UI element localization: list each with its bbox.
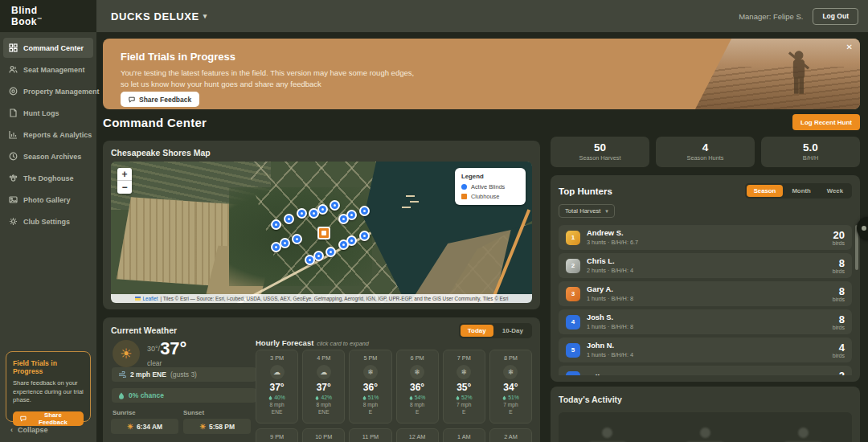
hour-card-2am[interactable]: 2 AM xyxy=(489,428,532,442)
sidebar-item-command-center[interactable]: Command Center xyxy=(3,38,93,58)
top-hunters-card: Top Hunters Season Month Week Total Harv… xyxy=(551,175,860,382)
active-blind-marker[interactable] xyxy=(330,200,340,211)
hour-card-12am[interactable]: 12 AM xyxy=(396,428,439,442)
sidebar: Command Center Seat Management Property … xyxy=(0,32,96,442)
clubhouse-marker[interactable] xyxy=(317,227,330,239)
wind-icon xyxy=(118,371,126,378)
sidebar-item-label: Club Settings xyxy=(23,218,70,226)
hunter-name: John N. xyxy=(587,342,826,351)
map-dock xyxy=(406,195,415,197)
tab-10-day[interactable]: 10-Day xyxy=(495,325,530,337)
zoom-in-button[interactable]: + xyxy=(117,168,132,181)
stat-label: Season Harvest xyxy=(579,154,621,162)
sidebar-item-seat-management[interactable]: Seat Management xyxy=(3,59,93,80)
logout-button[interactable]: Log Out xyxy=(813,8,858,25)
hour-card-7pm[interactable]: 7 PM ❄ 35° 52% 7 mphE xyxy=(443,350,485,424)
stat-bhh: 5.0 B/H/H xyxy=(761,137,860,167)
current-temp: 37° xyxy=(160,340,186,358)
club-selector[interactable]: DUCKS DELUXE ▾ xyxy=(111,0,207,32)
hunter-row-2[interactable]: 2 Chris L. 2 hunts · B/H/H: 4 8 birds xyxy=(559,253,852,278)
map-zoom-control: + − xyxy=(117,168,132,194)
log-recent-hunt-button[interactable]: Log Recent Hunt xyxy=(792,114,860,130)
hour-card-3pm[interactable]: 3 PM ☁ 37° 40% 8 mphENE xyxy=(256,350,298,424)
sidebar-trial-card: Field Trials in Progress Share feedback … xyxy=(6,351,91,422)
hunter-bird-count: 20 xyxy=(833,230,845,240)
rank-badge: 5 xyxy=(566,343,580,358)
droplet-icon xyxy=(268,395,272,400)
tab-week[interactable]: Week xyxy=(820,185,850,197)
dog-icon xyxy=(9,174,18,182)
top-hunters-title: Top Hunters xyxy=(559,186,612,196)
weather-tabs: Today 10-Day xyxy=(459,323,532,338)
sidebar-item-label: Command Center xyxy=(23,44,84,52)
stat-value: 5.0 xyxy=(803,142,818,154)
sidebar-item-club-settings[interactable]: Club Settings xyxy=(3,211,93,231)
active-blind-marker[interactable] xyxy=(338,214,349,224)
stat-season-hunts: 4 Season Hunts xyxy=(656,137,755,167)
tab-month[interactable]: Month xyxy=(784,185,817,197)
cloud-icon: ☁ xyxy=(317,365,331,379)
sidebar-item-hunt-logs[interactable]: Hunt Logs xyxy=(3,103,93,123)
sidebar-item-label: Photo Gallery xyxy=(23,196,71,204)
harvest-filter-select[interactable]: Total Harvest ▾ xyxy=(559,204,615,218)
hunter-unit: birds xyxy=(833,297,845,302)
sunset-label: Sunset xyxy=(183,409,204,416)
activity-placeholder xyxy=(589,428,626,442)
manager-label: Manager: Felipe S. xyxy=(739,12,803,21)
map-legend: Legend Active Blinds Clubhouse xyxy=(455,168,526,205)
close-icon[interactable]: ✕ xyxy=(846,43,853,51)
hunter-name: Gary A. xyxy=(587,285,826,295)
clock-icon xyxy=(9,152,18,161)
sidebar-item-reports-analytics[interactable]: Reports & Analytics xyxy=(3,125,93,145)
droplet-icon xyxy=(118,392,125,399)
logo-line-2: Book™ xyxy=(11,15,43,27)
hour-card-1am[interactable]: 1 AM xyxy=(443,428,485,442)
hour-card-8pm[interactable]: 8 PM ❄ 34° 51% 7 mphE xyxy=(489,350,532,424)
chevron-down-icon: ▾ xyxy=(203,12,207,20)
leaflet-link[interactable]: Leaflet xyxy=(143,296,158,301)
file-icon xyxy=(9,108,18,117)
active-blind-marker[interactable] xyxy=(338,239,349,250)
map-dock xyxy=(410,201,419,203)
cloud-icon: ☁ xyxy=(270,365,285,379)
tab-season[interactable]: Season xyxy=(747,185,784,197)
hour-card-10pm[interactable]: 10 PM xyxy=(302,428,345,442)
sidebar-item-label: Seat Management xyxy=(23,66,85,74)
tab-today[interactable]: Today xyxy=(461,325,493,337)
speech-bubble-icon xyxy=(129,96,135,103)
sidebar-item-property-management[interactable]: Property Management xyxy=(3,81,93,101)
hour-card-6pm[interactable]: 6 PM ❄ 36° 54% 8 mphE xyxy=(396,350,439,424)
sidebar-item-label: Hunt Logs xyxy=(23,109,59,117)
hunter-sub: 2 hunts · B/H/H: 4 xyxy=(587,267,826,274)
active-blind-marker[interactable] xyxy=(359,206,370,216)
active-blind-marker[interactable] xyxy=(292,234,302,244)
hunter-row-4[interactable]: 4 Josh S. 1 hunts · B/H/H: 8 8 birds xyxy=(559,309,852,334)
droplet-icon xyxy=(502,395,506,400)
active-blind-marker[interactable] xyxy=(284,214,294,224)
hour-card-9pm[interactable]: 9 PM xyxy=(256,428,298,442)
satellite-map[interactable]: + − Legend Active Blinds Clubhouse xyxy=(111,162,532,303)
share-feedback-banner-button[interactable]: Share Feedback xyxy=(121,92,199,107)
sidebar-collapse-button[interactable]: ‹ Collapse xyxy=(10,426,48,434)
hour-card-11pm[interactable]: 11 PM xyxy=(349,428,391,442)
hourly-forecast-row-2: 9 PM 10 PM 11 PM 12 AM 1 AM 2 AM xyxy=(256,428,532,442)
sidebar-item-photo-gallery[interactable]: Photo Gallery xyxy=(3,190,93,210)
top-hunters-tabs: Season Month Week xyxy=(745,183,852,198)
hunter-row-6[interactable]: 6 Felipe S. 2 birds xyxy=(559,366,852,375)
hour-card-4pm[interactable]: 4 PM ☁ 37° 42% 8 mphENE xyxy=(302,350,345,424)
hunter-unit: birds xyxy=(833,353,845,358)
active-blind-marker[interactable] xyxy=(326,247,336,257)
active-blind-marker[interactable] xyxy=(297,208,307,219)
banner-text-line-1: You're testing the latest features in th… xyxy=(121,68,414,77)
hunter-row-5[interactable]: 5 John N. 1 hunts · B/H/H: 4 4 birds xyxy=(559,338,852,362)
zoom-out-button[interactable]: − xyxy=(117,181,132,194)
stat-season-harvest: 50 Season Harvest xyxy=(551,137,649,167)
hour-card-5pm[interactable]: 5 PM ❄ 36° 51% 8 mphE xyxy=(349,350,391,424)
hunter-bird-count: 2 xyxy=(833,370,845,376)
hunter-row-1[interactable]: 1 Andrew S. 3 hunts · B/H/H: 6.7 20 bird… xyxy=(559,225,852,250)
hunter-row-3[interactable]: 3 Gary A. 1 hunts · B/H/H: 8 8 birds xyxy=(559,281,852,306)
sidebar-item-season-archives[interactable]: Season Archives xyxy=(3,146,93,166)
top-bar: Blind Book™ DUCKS DELUXE ▾ Manager: Feli… xyxy=(0,0,868,32)
share-feedback-button[interactable]: Share Feedback xyxy=(13,411,84,426)
sidebar-item-the-doghouse[interactable]: The Doghouse xyxy=(3,168,93,188)
